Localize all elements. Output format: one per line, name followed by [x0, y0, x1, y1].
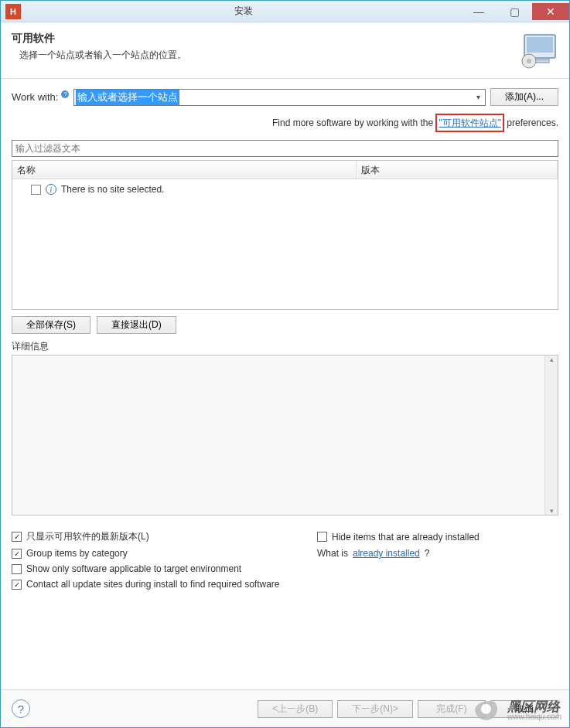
finish-button[interactable]: 完成(F): [418, 700, 486, 718]
select-all-button[interactable]: 全部保存(S): [12, 316, 90, 334]
column-name[interactable]: 名称: [12, 161, 357, 179]
table-row: i There is no site selected.: [17, 182, 553, 196]
maximize-button[interactable]: ▢: [497, 3, 532, 20]
applicable-label: Show only software applicable to target …: [26, 563, 241, 574]
svg-point-4: [527, 59, 531, 63]
latest-checkbox[interactable]: [12, 532, 22, 542]
column-version[interactable]: 版本: [357, 161, 558, 179]
details-label: 详细信息: [12, 340, 558, 353]
software-table: 名称 版本 i There is no site selected.: [12, 160, 558, 310]
highlighted-link: "可用软件站点": [435, 114, 504, 132]
chevron-down-icon: ▾: [471, 93, 485, 101]
group-label: Group items by category: [26, 548, 128, 559]
cancel-button[interactable]: 取消: [490, 700, 558, 718]
page-subtitle: 选择一个站点或者输入一个站点的位置。: [12, 49, 518, 62]
help-button[interactable]: ?: [12, 699, 30, 718]
hide-installed-checkbox[interactable]: [317, 532, 327, 542]
site-combo[interactable]: 输入或者选择一个站点 ▾: [73, 89, 486, 106]
close-button[interactable]: ✕: [532, 3, 569, 20]
contact-checkbox[interactable]: [12, 580, 22, 590]
details-textarea[interactable]: ▴▾: [12, 355, 558, 515]
back-button[interactable]: <上一步(B): [258, 700, 333, 718]
row-checkbox[interactable]: [31, 185, 41, 195]
filter-input[interactable]: [12, 140, 558, 157]
available-sites-link[interactable]: "可用软件站点": [439, 117, 501, 128]
what-is-label: What is: [317, 548, 348, 559]
hint-text: Find more software by working with the "…: [12, 109, 558, 140]
site-combo-value: 输入或者选择一个站点: [76, 90, 179, 105]
install-icon: [518, 32, 558, 69]
next-button[interactable]: 下一步(N)>: [337, 700, 413, 718]
work-with-label: Work with:: [12, 91, 58, 103]
scrollbar[interactable]: ▴▾: [544, 355, 558, 515]
latest-label: 只显示可用软件的最新版本(L): [26, 530, 149, 543]
hide-installed-label: Hide items that are already installed: [332, 532, 480, 543]
app-icon: H: [5, 4, 21, 19]
empty-message: There is no site selected.: [61, 184, 164, 195]
title-bar: H 安装 — ▢ ✕: [1, 1, 569, 22]
contact-label: Contact all update sites during install …: [26, 579, 280, 590]
wizard-footer: ? <上一步(B) 下一步(N)> 完成(F) 取消: [1, 689, 569, 727]
add-site-button[interactable]: 添加(A)...: [490, 88, 558, 106]
already-installed-link[interactable]: already installed: [353, 548, 420, 559]
wizard-header: 可用软件 选择一个站点或者输入一个站点的位置。: [1, 22, 569, 79]
help-badge-icon[interactable]: ?: [61, 90, 69, 98]
window-title: 安装: [26, 5, 461, 18]
group-checkbox[interactable]: [12, 549, 22, 559]
applicable-checkbox[interactable]: [12, 564, 22, 574]
info-icon: i: [46, 184, 56, 195]
minimize-button[interactable]: —: [461, 3, 497, 20]
page-title: 可用软件: [12, 32, 518, 46]
deselect-all-button[interactable]: 直接退出(D): [97, 316, 176, 334]
svg-rect-1: [527, 37, 553, 53]
